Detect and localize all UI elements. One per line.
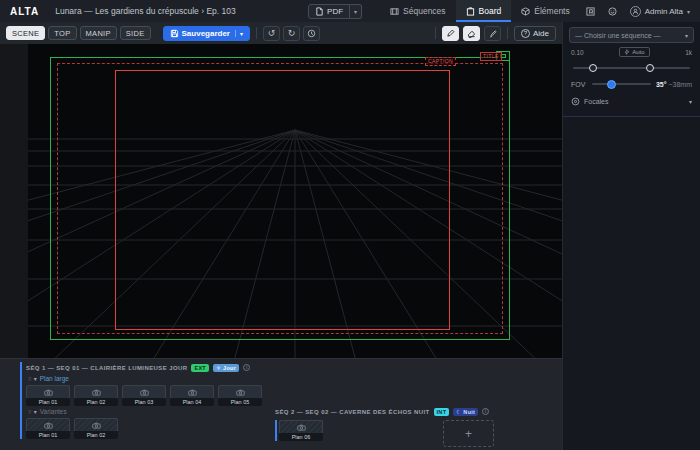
camera-icon [92,421,101,430]
camera-icon [297,423,306,432]
perspective-grid [28,44,562,358]
timeline: SÉQ 1 — SEQ 01 — CLAIRIÈRE LUMINEUSE JOU… [0,358,562,450]
shot-group-2-header[interactable]: ⠿ ▾ Variantes [28,408,262,415]
shots-row-group-2: Plan 01 Plan 02 [26,418,262,439]
shot-image [122,385,166,398]
help-button[interactable]: ? Aide [514,26,556,41]
save-label: Sauvegarder [182,29,230,38]
view-button-manip[interactable]: MANIP [80,26,117,40]
pencil-tool-button[interactable] [442,26,459,41]
camera-icon [140,388,149,397]
camera-icon [92,388,101,397]
undo-icon: ↺ [268,28,276,38]
shot-thumbnail-variant[interactable]: Plan 02 [74,418,118,439]
sequence-2-title: SÉQ 2 — SEQ 02 — CAVERNE DES ÉCHOS NUIT [275,409,430,415]
fov-slider-handle[interactable] [607,80,616,89]
sequence-select[interactable]: — Choisir une séquence — ▾ [569,27,694,43]
fov-row: FOV 35° ~38mm [571,79,692,89]
shot-image [74,418,118,431]
emoji-icon[interactable] [605,3,621,19]
pdf-export-caret-button[interactable]: ▾ [350,4,362,19]
history-button[interactable] [303,26,320,41]
chevron-down-icon: ▾ [34,408,37,415]
shot-thumbnail[interactable]: Plan 04 [170,385,214,406]
camera-icon [236,388,245,397]
shot-thumbnail[interactable]: Plan 05 [218,385,262,406]
user-menu[interactable]: Admin Alta ▾ [630,6,690,17]
app-logo: ALTA [10,6,39,17]
draw-tools-group: ? Aide [429,26,556,41]
viewport-3d[interactable]: CAPTION TITLE [28,44,562,358]
eraser-tool-button[interactable] [463,26,480,41]
info-icon[interactable]: i [482,408,489,415]
bookmark-icon[interactable] [583,3,599,19]
divider [507,27,508,39]
badge-ext: EXT [191,364,209,372]
drag-handle-icon[interactable]: ⠿ [28,409,31,415]
auto-range-button[interactable]: Auto [619,47,649,57]
shot-thumbnail-variant[interactable]: Plan 06 [279,420,323,441]
save-button[interactable]: Sauvegarder ▾ [163,26,250,41]
shot-label: Plan 02 [74,398,118,406]
caret-down-icon: ▾ [687,8,690,15]
shot-label: Plan 01 [26,398,70,406]
range-min-label: 0.10 [571,49,584,56]
chevron-down-icon: ▾ [34,375,37,382]
auto-label: Auto [632,49,644,55]
shot-label: Plan 01 [26,431,70,439]
tab-board[interactable]: Board [456,0,512,22]
shot-thumbnail[interactable]: Plan 02 [74,385,118,406]
title-zone-label: TITLE [480,52,502,61]
focales-section-header[interactable]: Focales ▾ [571,97,692,106]
info-icon[interactable]: i [243,364,250,371]
shot-thumbnail[interactable]: Plan 03 [122,385,166,406]
pdf-export-button[interactable]: PDF [308,4,350,19]
view-mode-group: SCENE TOP MANIP SIDE [6,26,151,40]
caret-down-icon: ▾ [354,8,357,15]
shot-thumbnail-variant[interactable]: Plan 01 [26,418,70,439]
tab-sequences[interactable]: Séquences [380,0,456,22]
camera-icon [188,388,197,397]
sequence-1-header[interactable]: SÉQ 1 — SEQ 01 — CLAIRIÈRE LUMINEUSE JOU… [26,362,262,373]
clock-icon [307,29,316,38]
divider [435,27,436,39]
fov-slider-track[interactable] [592,83,651,85]
camera-icon [44,388,53,397]
eraser-icon [467,29,476,38]
panel-divider [563,116,700,117]
shot-group-1-header[interactable]: ⠿ ▾ Plan large [28,375,262,382]
shot-image [279,420,323,433]
shot-image [218,385,262,398]
user-avatar-icon [630,6,641,17]
sequence-block-1: SÉQ 1 — SEQ 01 — CLAIRIÈRE LUMINEUSE JOU… [20,362,262,439]
shot-label: Plan 05 [218,398,262,406]
sequence-1-title: SÉQ 1 — SEQ 01 — CLAIRIÈRE LUMINEUSE JOU… [26,365,187,371]
chevron-down-icon: ▾ [689,98,692,105]
view-button-scene[interactable]: SCENE [6,26,45,40]
fov-label: FOV [571,81,587,88]
redo-button[interactable]: ↻ [283,26,300,41]
add-shot-button[interactable]: + [443,420,494,447]
range-slider-handle-min[interactable] [589,64,597,72]
range-slider-handle-max[interactable] [646,64,654,72]
tab-board-label: Board [479,6,502,16]
stage-area: CAPTION TITLE [0,44,562,358]
sequences-icon [390,7,399,16]
fov-mm: ~38mm [668,81,692,88]
shot-group-1-label: Plan large [40,375,69,382]
shot-image [74,385,118,398]
drag-handle-icon[interactable]: ⠿ [28,376,31,382]
shot-label: Plan 06 [279,433,323,441]
tab-elements[interactable]: Éléments [511,0,579,22]
fov-value: 35° ~38mm [656,81,692,88]
range-labels-row: 0.10 Auto 1k [571,47,692,57]
tab-elements-label: Éléments [534,6,569,16]
save-caret-icon[interactable]: ▾ [235,30,243,37]
sequence-2-header[interactable]: SÉQ 2 — SEQ 02 — CAVERNE DES ÉCHOS NUIT … [275,406,489,417]
undo-button[interactable]: ↺ [263,26,280,41]
view-button-side[interactable]: SIDE [120,26,151,40]
shots-row-group-1: Plan 01 Plan 02 Plan 03 Plan 04 Plan 05 [26,385,262,406]
pen-tool-button[interactable] [484,26,501,41]
shot-thumbnail[interactable]: Plan 01 [26,385,70,406]
view-button-top[interactable]: TOP [48,26,76,40]
